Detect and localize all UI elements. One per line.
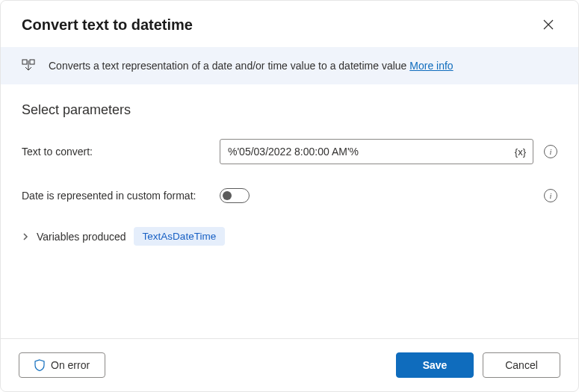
save-button[interactable]: Save [396,352,474,378]
custom-format-info-icon[interactable]: i [544,189,557,202]
cancel-button[interactable]: Cancel [483,352,560,378]
expand-chevron-icon[interactable] [22,232,29,241]
convert-text-to-datetime-dialog: Convert text to datetime Converts a text… [0,0,579,392]
dialog-content: Select parameters Text to convert: {x} i… [1,84,578,338]
toggle-knob [223,191,232,200]
svg-rect-1 [30,60,34,64]
more-info-link[interactable]: More info [409,60,453,72]
text-to-convert-info-icon[interactable]: i [544,145,557,158]
custom-format-label: Date is represented in custom format: [22,190,220,202]
text-to-convert-label: Text to convert: [22,146,220,158]
insert-variable-icon[interactable]: {x} [512,145,529,159]
close-button[interactable] [539,16,557,34]
banner-text-wrap: Converts a text representation of a date… [49,60,453,72]
custom-format-control: i [220,188,557,203]
custom-format-toggle[interactable] [220,188,250,203]
custom-format-row: Date is represented in custom format: i [22,188,557,203]
cancel-label: Cancel [505,359,538,371]
save-label: Save [423,359,448,371]
text-input-wrapper: {x} [220,139,533,164]
dialog-footer: On error Save Cancel [1,338,578,391]
svg-rect-0 [22,60,27,64]
close-icon [543,19,554,30]
text-to-convert-input[interactable] [220,139,533,164]
banner-text: Converts a text representation of a date… [49,60,409,72]
dialog-header: Convert text to datetime [1,1,578,47]
section-title: Select parameters [22,102,557,118]
variable-badge[interactable]: TextAsDateTime [134,227,226,246]
text-to-convert-row: Text to convert: {x} i [22,139,557,164]
variables-produced-label: Variables produced [37,231,126,243]
variables-produced-row: Variables produced TextAsDateTime [22,227,557,246]
text-to-datetime-icon [22,59,35,72]
info-banner: Converts a text representation of a date… [1,47,578,84]
on-error-button[interactable]: On error [19,352,105,378]
on-error-label: On error [51,359,90,371]
shield-icon [34,359,45,371]
dialog-title: Convert text to datetime [22,16,193,34]
text-to-convert-control: {x} i [220,139,557,164]
